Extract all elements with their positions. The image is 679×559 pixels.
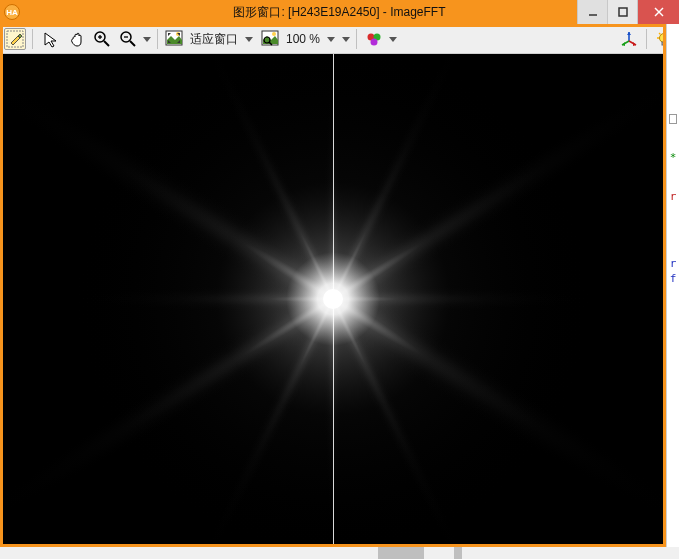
draw-tool-button[interactable]: [4, 28, 26, 50]
maximize-button[interactable]: [607, 0, 637, 24]
pointer-tool-button[interactable]: [39, 28, 61, 50]
svg-rect-1: [619, 8, 627, 16]
image-zoom-icon: [260, 29, 280, 49]
toolbar-separator: [356, 29, 357, 49]
zoom-dropdown-arrow[interactable]: [143, 37, 151, 42]
fit-mode-combo[interactable]: 适应窗口: [164, 28, 256, 50]
app-icon: HA: [4, 4, 20, 20]
minimize-button[interactable]: [577, 0, 607, 24]
zoom-level-arrow[interactable]: [324, 29, 338, 49]
fit-dropdown-arrow[interactable]: [242, 29, 256, 49]
bottom-gutter: [0, 547, 679, 559]
bottom-gutter-segment: [378, 547, 424, 559]
axes-3d-button[interactable]: [618, 28, 640, 50]
gutter-r2: r: [670, 258, 677, 269]
fit-window-icon: [164, 29, 184, 49]
gutter-star: *: [670, 152, 677, 163]
close-button[interactable]: [637, 0, 679, 24]
svg-line-29: [659, 33, 661, 35]
right-gutter: * r r f: [666, 24, 679, 547]
image-viewport[interactable]: [3, 54, 663, 544]
window-buttons: [577, 0, 679, 24]
toolbar: 适应窗口 100 %: [0, 24, 679, 54]
svg-line-10: [130, 41, 135, 46]
color-tool-button[interactable]: [363, 28, 385, 50]
zoom-level-value: 100 %: [282, 32, 324, 46]
color-dropdown-arrow[interactable]: [389, 37, 397, 42]
svg-point-20: [371, 39, 378, 46]
toolbar-separator: [646, 29, 647, 49]
gutter-r1: r: [670, 191, 677, 202]
zoom-level-split-arrow[interactable]: [342, 37, 350, 42]
center-vertical-line: [333, 54, 334, 544]
zoom-out-button[interactable]: [117, 28, 139, 50]
zoom-in-button[interactable]: [91, 28, 113, 50]
gutter-f: f: [670, 273, 677, 284]
fit-mode-label: 适应窗口: [186, 31, 242, 48]
titlebar: HA 图形窗口: [H243E19A2450] - ImageFFT: [0, 0, 679, 24]
svg-point-15: [272, 32, 276, 36]
pan-tool-button[interactable]: [65, 28, 87, 50]
toolbar-separator: [157, 29, 158, 49]
gutter-doc-icon: [669, 114, 677, 124]
svg-line-6: [104, 41, 109, 46]
toolbar-separator: [32, 29, 33, 49]
bottom-gutter-segment: [454, 547, 462, 559]
zoom-level-combo[interactable]: 100 %: [260, 28, 338, 50]
